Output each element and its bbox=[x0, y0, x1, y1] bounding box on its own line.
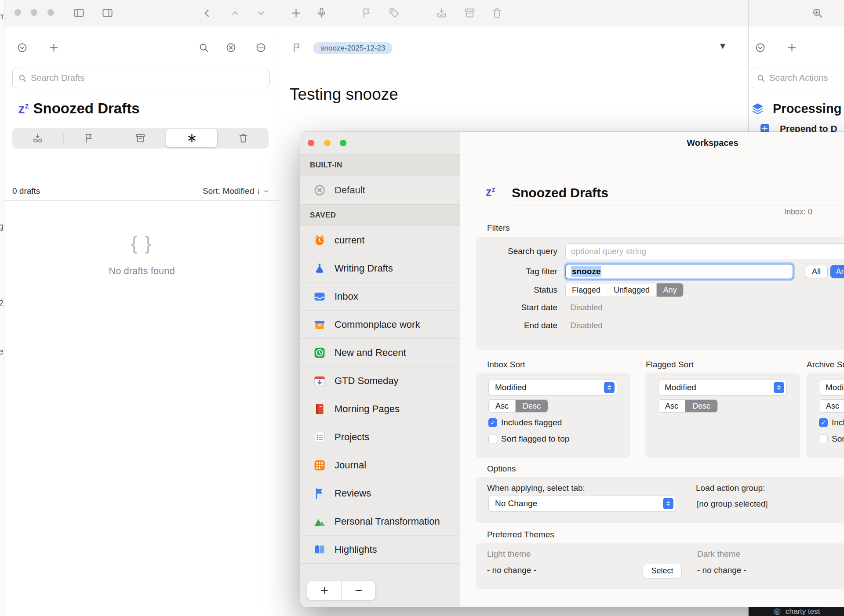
workspace-item-default[interactable]: Default bbox=[300, 176, 460, 204]
sort-asc-segment[interactable]: Asc bbox=[658, 400, 685, 412]
flag-draft-icon[interactable] bbox=[361, 7, 373, 19]
workspace-item[interactable]: Personal Transformation bbox=[300, 507, 460, 536]
red-book-icon bbox=[313, 403, 326, 415]
dialog-minimize-button[interactable] bbox=[324, 140, 331, 146]
sort-control[interactable]: Sort: Modified ↓ bbox=[203, 186, 269, 196]
workspace-item[interactable]: Inbox bbox=[300, 283, 460, 311]
sort-desc-segment[interactable]: Desc bbox=[685, 400, 717, 412]
dialog-close-button[interactable] bbox=[308, 140, 314, 146]
toggle-right-sidebar-icon[interactable] bbox=[102, 7, 113, 19]
status-flagged-segment[interactable]: Flagged bbox=[566, 283, 607, 297]
workspace-item-label: Writing Drafts bbox=[335, 263, 393, 274]
dialog-zoom-button[interactable] bbox=[340, 140, 346, 146]
select-tab-label: When applying, select tab: bbox=[487, 483, 585, 493]
next-draft-icon[interactable] bbox=[256, 8, 266, 18]
workspace-item[interactable]: Commonplace work bbox=[300, 311, 460, 339]
workspace-item[interactable]: Highlights bbox=[300, 536, 460, 564]
dictation-icon[interactable] bbox=[316, 7, 327, 19]
sort-flagged-top-row[interactable]: Sort flagged to top bbox=[819, 434, 844, 444]
load-action-group-value[interactable]: [no group selected] bbox=[697, 499, 768, 509]
flag-icon[interactable] bbox=[291, 42, 302, 53]
clear-filter-icon[interactable] bbox=[226, 42, 236, 53]
move-to-inbox-icon[interactable] bbox=[436, 7, 447, 19]
workspace-item[interactable]: Projects bbox=[300, 423, 460, 451]
drafts-search-input[interactable] bbox=[31, 73, 264, 83]
archive-sort-dropdown[interactable]: Modified bbox=[819, 380, 844, 395]
status-any-segment[interactable]: Any bbox=[656, 283, 683, 297]
filter-trash-tab[interactable] bbox=[218, 128, 269, 149]
new-workspace-icon[interactable] bbox=[48, 42, 59, 53]
filter-archive-tab[interactable] bbox=[115, 128, 166, 149]
search-icon[interactable] bbox=[198, 42, 209, 53]
tag-filter-field[interactable]: snooze bbox=[565, 264, 793, 279]
workspace-item[interactable]: current bbox=[300, 226, 460, 254]
sort-desc-segment[interactable]: Desc bbox=[515, 400, 548, 412]
new-action-icon[interactable] bbox=[786, 42, 797, 53]
checkbox-unchecked[interactable] bbox=[488, 435, 497, 443]
archive-sort-box: Modified Asc Desc ✓ Includes flagged Sor… bbox=[806, 373, 844, 458]
flagged-sort-heading: Flagged Sort bbox=[646, 360, 694, 370]
workspace-item[interactable]: Reviews bbox=[300, 479, 460, 507]
action-group-menu-icon[interactable] bbox=[755, 42, 766, 53]
status-unflagged-segment[interactable]: Unflagged bbox=[607, 283, 656, 297]
saved-header: SAVED bbox=[300, 204, 460, 226]
minimize-window-button[interactable] bbox=[31, 9, 37, 16]
sort-asc-segment[interactable]: Asc bbox=[819, 400, 844, 412]
workspace-item[interactable]: Journal bbox=[300, 451, 460, 479]
workspace-item[interactable]: New and Recent bbox=[300, 339, 460, 367]
workspace-item-label: Commonplace work bbox=[335, 319, 420, 330]
tag-pill[interactable]: snooze-2025-12-23 bbox=[313, 42, 393, 54]
action-row-charty[interactable]: charty test bbox=[749, 607, 844, 616]
checkbox-unchecked[interactable] bbox=[819, 435, 828, 443]
background-window-edge: mg2e bbox=[0, 0, 4, 616]
filter-inbox-tab[interactable] bbox=[12, 128, 63, 149]
workspace-item[interactable]: GTD Someday bbox=[300, 367, 460, 395]
workspace-item[interactable]: Morning Pages bbox=[300, 395, 460, 423]
workspaces-dialog: BUILT-IN Default SAVED currentWriting Dr… bbox=[300, 132, 844, 607]
inbox-sort-dropdown[interactable]: Modified bbox=[488, 380, 617, 395]
tag-scope-all-button[interactable]: All bbox=[805, 265, 828, 278]
sort-flagged-top-row[interactable]: Sort flagged to top bbox=[488, 434, 569, 444]
edge-window-text: e bbox=[0, 346, 4, 357]
includes-flagged-row[interactable]: ✓ Includes flagged bbox=[488, 418, 562, 428]
checkbox-checked[interactable]: ✓ bbox=[819, 418, 828, 427]
zoom-text-icon[interactable] bbox=[811, 7, 823, 19]
filter-all-tab[interactable] bbox=[166, 129, 217, 147]
includes-flagged-row[interactable]: ✓ Includes flagged bbox=[819, 418, 844, 428]
light-theme-label: Light theme bbox=[487, 549, 531, 559]
drafts-search-field[interactable] bbox=[12, 68, 270, 88]
search-query-field[interactable] bbox=[565, 243, 844, 259]
dark-theme-value: - no change - bbox=[697, 565, 746, 575]
checkbox-checked[interactable]: ✓ bbox=[488, 418, 497, 427]
tag-draft-icon[interactable] bbox=[388, 7, 400, 19]
chevron-down-icon[interactable]: ▾ bbox=[720, 40, 725, 52]
select-tab-dropdown[interactable]: No Change bbox=[488, 496, 676, 511]
workspace-menu-icon[interactable] bbox=[17, 42, 28, 53]
remove-workspace-button[interactable] bbox=[342, 581, 375, 600]
sort-asc-segment[interactable]: Asc bbox=[489, 400, 515, 412]
close-window-button[interactable] bbox=[15, 9, 21, 16]
archive-draft-icon[interactable] bbox=[464, 7, 476, 19]
screen: { "left_panel": { "search_placeholder": … bbox=[0, 0, 844, 616]
workspace-item-label: New and Recent bbox=[335, 347, 406, 359]
built-in-header: BUILT-IN bbox=[300, 154, 460, 176]
actions-search-input[interactable] bbox=[769, 73, 844, 83]
workspace-item[interactable]: Writing Drafts bbox=[300, 254, 460, 283]
previous-draft-icon[interactable] bbox=[230, 8, 240, 18]
workspace-name-field[interactable]: Snoozed Drafts bbox=[512, 185, 608, 200]
actions-search-field[interactable] bbox=[751, 68, 844, 88]
more-options-icon[interactable] bbox=[255, 42, 266, 53]
trash-draft-icon[interactable] bbox=[491, 7, 503, 19]
back-icon[interactable] bbox=[201, 7, 213, 19]
add-workspace-button[interactable] bbox=[307, 581, 341, 600]
new-draft-icon[interactable] bbox=[290, 7, 302, 19]
toggle-left-sidebar-icon[interactable] bbox=[73, 7, 85, 19]
zoom-window-button[interactable] bbox=[47, 9, 54, 16]
draft-title[interactable]: Testing snooze bbox=[290, 85, 398, 104]
search-query-input[interactable] bbox=[571, 246, 844, 256]
flagged-sort-dropdown[interactable]: Modified bbox=[658, 380, 787, 395]
filter-flagged-tab[interactable] bbox=[64, 128, 115, 149]
action-group-processing[interactable]: Processing bbox=[773, 101, 841, 116]
select-light-theme-button[interactable]: Select bbox=[643, 564, 682, 578]
tag-scope-any-button[interactable]: Any bbox=[830, 265, 844, 278]
